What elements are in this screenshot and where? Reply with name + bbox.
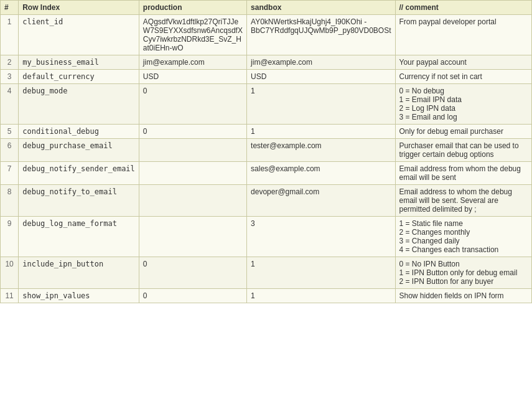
cell-sandbox: USD (247, 70, 395, 84)
cell-comment: Your paypal account (395, 55, 531, 70)
cell-production: AQgsdfVkw1dftlkp27QriTJJeW7S9EYXXsdfsnw6… (139, 15, 246, 55)
table-row: 10include_ipn_button010 = No IPN Button1… (1, 257, 532, 289)
cell-comment: 1 = Static file name2 = Changes monthly3… (395, 217, 531, 257)
cell-rowindex: my_business_email (19, 55, 139, 70)
cell-num: 5 (1, 125, 19, 139)
cell-sandbox: 1 (247, 84, 395, 125)
header-num: # (1, 1, 19, 15)
cell-num: 8 (1, 185, 19, 217)
cell-num: 4 (1, 84, 19, 125)
cell-comment: From paypal developer portal (395, 15, 531, 55)
cell-production: 0 (139, 125, 246, 139)
cell-num: 9 (1, 217, 19, 257)
cell-num: 2 (1, 55, 19, 70)
cell-rowindex: debug_purchase_email (19, 139, 139, 162)
cell-num: 10 (1, 257, 19, 289)
cell-comment: 0 = No IPN Button1 = IPN Button only for… (395, 257, 531, 289)
header-sandbox: sandbox (247, 1, 395, 15)
cell-comment: Show hidden fields on IPN form (395, 289, 531, 303)
cell-rowindex: debug_mode (19, 84, 139, 125)
header-production: production (139, 1, 246, 15)
cell-num: 1 (1, 15, 19, 55)
cell-num: 6 (1, 139, 19, 162)
cell-production (139, 162, 246, 185)
table-row: 11show_ipn_values01Show hidden fields on… (1, 289, 532, 303)
cell-comment: Email address from whom the debug email … (395, 162, 531, 185)
table-row: 4debug_mode010 = No debug1 = Email IPN d… (1, 84, 532, 125)
config-table: # Row Index production sandbox // commen… (0, 0, 532, 303)
cell-comment: 0 = No debug1 = Email IPN data2 = Log IP… (395, 84, 531, 125)
cell-sandbox: jim@example.com (247, 55, 395, 70)
header-row: # Row Index production sandbox // commen… (1, 1, 532, 15)
table-row: 8debug_notify_to_emaildevoper@gmail.comE… (1, 185, 532, 217)
cell-production: 0 (139, 84, 246, 125)
cell-production (139, 139, 246, 162)
cell-rowindex: show_ipn_values (19, 289, 139, 303)
cell-rowindex: default_currency (19, 70, 139, 84)
cell-rowindex: debug_notify_to_email (19, 185, 139, 217)
cell-comment: Purchaser email that can be used to trig… (395, 139, 531, 162)
header-comment: // comment (395, 1, 531, 15)
table-row: 3default_currencyUSDUSDCurrency if not s… (1, 70, 532, 84)
cell-rowindex: conditional_debug (19, 125, 139, 139)
cell-sandbox: devoper@gmail.com (247, 185, 395, 217)
table-row: 2my_business_emailjim@example.comjim@exa… (1, 55, 532, 70)
cell-rowindex: client_id (19, 15, 139, 55)
cell-production: jim@example.com (139, 55, 246, 70)
cell-sandbox: 1 (247, 257, 395, 289)
cell-sandbox: AY0kNWertksHkajUghj4_I90KOhi - BbC7YRddf… (247, 15, 395, 55)
table-row: 5conditional_debug01Only for debug email… (1, 125, 532, 139)
header-rowindex: Row Index (19, 1, 139, 15)
cell-production: 0 (139, 289, 246, 303)
cell-sandbox: tester@example.com (247, 139, 395, 162)
cell-production (139, 185, 246, 217)
cell-sandbox: 1 (247, 289, 395, 303)
cell-sandbox: sales@example.com (247, 162, 395, 185)
cell-num: 7 (1, 162, 19, 185)
cell-num: 3 (1, 70, 19, 84)
cell-num: 11 (1, 289, 19, 303)
cell-rowindex: include_ipn_button (19, 257, 139, 289)
cell-production (139, 217, 246, 257)
table-row: 6debug_purchase_emailtester@example.comP… (1, 139, 532, 162)
cell-sandbox: 1 (247, 125, 395, 139)
cell-production: USD (139, 70, 246, 84)
cell-sandbox: 3 (247, 217, 395, 257)
table-row: 1client_idAQgsdfVkw1dftlkp27QriTJJeW7S9E… (1, 15, 532, 55)
cell-comment: Only for debug email purchaser (395, 125, 531, 139)
cell-comment: Currency if not set in cart (395, 70, 531, 84)
cell-rowindex: debug_log_name_format (19, 217, 139, 257)
table-row: 7debug_notify_sender_emailsales@example.… (1, 162, 532, 185)
cell-production: 0 (139, 257, 246, 289)
cell-comment: Email address to whom the debug email wi… (395, 185, 531, 217)
cell-rowindex: debug_notify_sender_email (19, 162, 139, 185)
table-row: 9debug_log_name_format31 = Static file n… (1, 217, 532, 257)
